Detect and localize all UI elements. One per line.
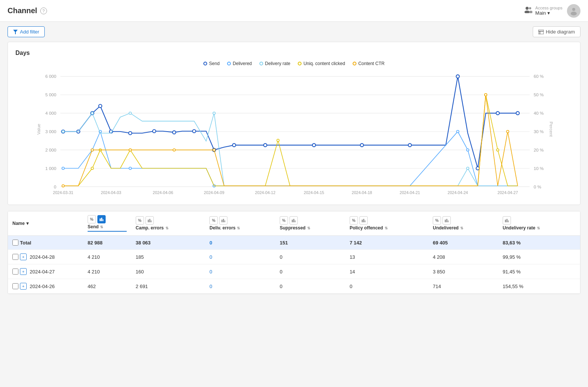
svg-rect-94: [223, 219, 224, 222]
svg-point-0: [526, 7, 529, 10]
sort-arrows-policy[interactable]: ⇅: [385, 226, 388, 230]
legend-label-delivered: Delivered: [233, 61, 252, 66]
percent-icon-send[interactable]: %: [88, 215, 96, 223]
row2-expand-btn[interactable]: +: [20, 268, 27, 275]
row3-checkbox[interactable]: [12, 283, 18, 289]
hide-diagram-button[interactable]: Hide diagram: [533, 26, 580, 37]
svg-text:30 %: 30 %: [534, 129, 544, 134]
toolbar: Add filter Hide diagram: [0, 22, 588, 42]
svg-point-65: [129, 167, 131, 169]
svg-point-73: [467, 167, 469, 169]
bar-icon-send[interactable]: [97, 215, 106, 223]
bar-icon-undelrate[interactable]: [503, 216, 511, 225]
row3-deliv-errors: 0: [205, 279, 275, 294]
legend-dot-content-ctr: [353, 62, 356, 65]
total-checkbox[interactable]: [12, 240, 18, 246]
svg-rect-88: [101, 218, 102, 221]
bar-icon-camp[interactable]: [145, 216, 154, 225]
access-groups-value[interactable]: Main ▾: [535, 10, 562, 16]
row1-undelivery-rate: 99,95 %: [498, 250, 580, 264]
svg-text:2 000: 2 000: [45, 147, 57, 152]
row3-name-cell: + 2024-04-26: [8, 279, 83, 294]
help-icon[interactable]: ?: [40, 8, 47, 14]
row1-policy-offenced: 13: [345, 250, 428, 264]
svg-point-86: [506, 131, 509, 133]
percent-icon-policy[interactable]: %: [350, 216, 358, 225]
svg-rect-106: [506, 219, 508, 222]
row3-undelivery-rate: 154,55 %: [498, 279, 580, 294]
total-send: 82 988: [83, 236, 131, 250]
row2-checkbox[interactable]: [12, 269, 18, 275]
percent-icon-undel[interactable]: %: [433, 216, 441, 225]
svg-point-68: [467, 149, 469, 151]
svg-point-83: [173, 149, 175, 151]
th-policy-offenced: % Policy offenced ⇅: [345, 211, 428, 236]
sort-arrows-send[interactable]: ⇅: [100, 225, 103, 229]
svg-rect-92: [151, 220, 152, 222]
sort-arrows-undelrate[interactable]: ⇅: [537, 226, 540, 230]
undelivery-rate-col-label: Undelivery rate: [503, 225, 535, 231]
svg-rect-87: [100, 219, 101, 221]
svg-text:2024-04-21: 2024-04-21: [400, 190, 420, 195]
sort-icon-name[interactable]: ▾: [26, 221, 29, 226]
svg-point-1: [524, 11, 530, 13]
th-suppressed: % Suppressed ⇅: [275, 211, 345, 236]
bar-icon-undel[interactable]: [443, 216, 451, 225]
percent-icon-supp[interactable]: %: [280, 216, 288, 225]
chevron-down-icon: ▾: [547, 10, 550, 16]
svg-point-62: [62, 167, 64, 169]
svg-point-81: [91, 149, 93, 151]
sort-arrows-supp[interactable]: ⇅: [307, 226, 310, 230]
svg-text:40 %: 40 %: [534, 111, 544, 115]
chart-legend: Send Delivered Delivery rate Uniq. conte…: [15, 61, 573, 66]
legend-dot-uniq-content: [298, 62, 302, 65]
bar-icon-deliv[interactable]: [219, 216, 227, 225]
svg-text:4 000: 4 000: [45, 111, 57, 115]
legend-delivered: Delivered: [227, 61, 252, 66]
svg-rect-100: [363, 219, 364, 222]
total-policy-offenced: 7 142: [345, 236, 428, 250]
row2-suppressed: 0: [275, 264, 345, 279]
svg-point-80: [62, 185, 64, 187]
percent-icon-camp[interactable]: %: [136, 216, 144, 225]
svg-rect-95: [224, 220, 225, 222]
svg-text:2024-04-06: 2024-04-06: [153, 190, 173, 195]
svg-text:2024-03-31: 2024-03-31: [53, 190, 73, 195]
sort-arrows-deliv[interactable]: ⇅: [237, 226, 240, 230]
svg-point-49: [153, 129, 156, 133]
svg-text:2024-04-03: 2024-04-03: [101, 190, 121, 195]
row1-deliv-errors: 0: [205, 250, 275, 264]
table-card: Name ▾ % Send ⇅: [8, 211, 580, 294]
svg-text:60 %: 60 %: [534, 74, 544, 79]
access-group: Access groups Main ▾: [524, 6, 562, 16]
th-undelivered: % Undelivered ⇅: [428, 211, 498, 236]
bar-icon-policy[interactable]: [359, 216, 368, 225]
row1-send: 4 210: [83, 250, 131, 264]
percent-icon-deliv[interactable]: %: [209, 216, 218, 225]
svg-rect-107: [508, 220, 509, 222]
bar-icon-supp[interactable]: [289, 216, 298, 225]
svg-point-51: [192, 129, 196, 133]
svg-text:5 000: 5 000: [45, 92, 57, 97]
avatar[interactable]: [567, 4, 580, 18]
table-row: + 2024-04-26 462 2 691 0 0 0 714 154,55 …: [8, 279, 580, 294]
row1-expand-btn[interactable]: +: [20, 253, 27, 260]
svg-text:2024-04-27: 2024-04-27: [497, 190, 518, 195]
svg-point-53: [232, 144, 236, 147]
total-undelivered: 69 405: [428, 236, 498, 250]
row1-checkbox[interactable]: [12, 254, 18, 260]
svg-text:2024-04-18: 2024-04-18: [352, 190, 372, 195]
add-filter-button[interactable]: Add filter: [8, 26, 45, 37]
svg-point-55: [312, 144, 316, 147]
sort-arrows-camp[interactable]: ⇅: [165, 226, 168, 230]
row3-expand-btn[interactable]: +: [20, 283, 27, 290]
svg-rect-91: [149, 219, 150, 222]
svg-point-71: [129, 112, 131, 114]
svg-point-59: [476, 167, 480, 170]
table-row: + 2024-04-28 4 210 185 0 0 13 4 208 99,9…: [8, 250, 580, 264]
row3-camp-errors: 2 691: [131, 279, 205, 294]
svg-text:20 %: 20 %: [534, 147, 544, 152]
svg-point-79: [497, 149, 499, 151]
sort-arrows-undel[interactable]: ⇅: [460, 226, 463, 230]
legend-dot-delivered: [227, 62, 231, 65]
